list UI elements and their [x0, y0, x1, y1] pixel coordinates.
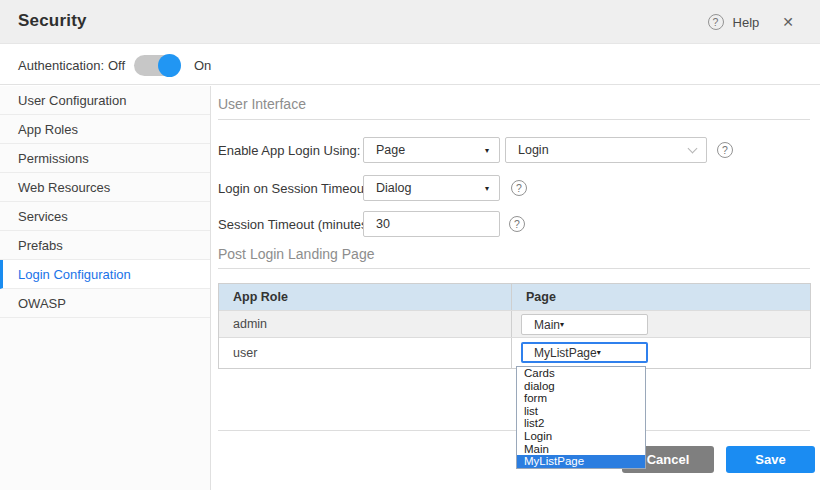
session-timeout-login-label: Login on Session Timeout: [218, 181, 371, 196]
divider [218, 119, 810, 120]
session-timeout-login-value: Dialog [376, 181, 485, 195]
option-dialog[interactable]: dialog [517, 380, 645, 393]
sidebar-item-services[interactable]: Services [0, 202, 210, 231]
page-cell: Main ▾ [512, 311, 810, 337]
admin-page-value: Main [534, 318, 560, 332]
title-bar: Security ? Help ✕ [0, 0, 820, 44]
toggle-on-label: On [194, 58, 211, 73]
caret-down-icon: ▾ [560, 320, 564, 329]
user-page-select[interactable]: MyListPage ▾ [521, 342, 648, 363]
post-login-table: App Role Page admin Main ▾ user MyListPa… [218, 283, 811, 369]
option-login[interactable]: Login [517, 430, 645, 443]
help-icon[interactable]: ? [509, 216, 525, 232]
column-header-app-role: App Role [219, 284, 512, 310]
login-page-select[interactable]: Login [505, 137, 707, 163]
user-page-value: MyListPage [534, 346, 597, 360]
sidebar-item-prefabs[interactable]: Prefabs [0, 231, 210, 260]
table-row: user MyListPage ▾ [219, 337, 810, 368]
column-header-page: Page [512, 284, 810, 310]
app-login-type-value: Page [376, 143, 485, 157]
app-role-cell: admin [219, 311, 512, 337]
caret-down-icon: ▾ [597, 348, 601, 357]
save-button[interactable]: Save [726, 446, 815, 473]
caret-down-icon: ▾ [485, 146, 489, 155]
sidebar-item-permissions[interactable]: Permissions [0, 144, 210, 173]
option-list[interactable]: list [517, 405, 645, 418]
app-login-type-select[interactable]: Page ▾ [363, 137, 500, 163]
option-list2[interactable]: list2 [517, 417, 645, 430]
caret-down-icon: ▾ [485, 184, 489, 193]
close-icon[interactable]: ✕ [782, 14, 794, 30]
enable-app-login-label: Enable App Login Using: [218, 143, 360, 158]
session-timeout-input[interactable] [363, 211, 500, 237]
sidebar-item-app-roles[interactable]: App Roles [0, 115, 210, 144]
authentication-toggle[interactable] [134, 55, 180, 76]
section-title-user-interface: User Interface [218, 96, 306, 112]
page-options-dropdown: Cards dialog form list list2 Login Main … [516, 366, 646, 469]
page-title: Security [18, 11, 87, 31]
help-link[interactable]: Help [733, 15, 760, 30]
toggle-thumb [158, 54, 181, 77]
section-title-post-login: Post Login Landing Page [218, 246, 374, 262]
divider [218, 268, 810, 269]
chevron-down-icon [688, 144, 698, 154]
option-mylistpage[interactable]: MyListPage [517, 455, 645, 468]
divider [218, 430, 810, 431]
sidebar-item-web-resources[interactable]: Web Resources [0, 173, 210, 202]
table-row: admin Main ▾ [219, 310, 810, 337]
help-icon[interactable]: ? [717, 142, 733, 158]
sidebar-item-login-configuration[interactable]: Login Configuration [0, 260, 210, 289]
toggle-off-label: Off [108, 58, 125, 73]
authentication-label: Authentication: [18, 58, 104, 73]
page-cell: MyListPage ▾ [512, 338, 810, 368]
option-main[interactable]: Main [517, 443, 645, 456]
sidebar-item-user-configuration[interactable]: User Configuration [0, 86, 210, 115]
session-timeout-minutes-label: Session Timeout (minutes): [218, 217, 376, 232]
table-header-row: App Role Page [219, 284, 810, 310]
header-actions: ? Help ✕ [708, 0, 794, 44]
option-form[interactable]: form [517, 392, 645, 405]
login-configuration-panel: User Interface Enable App Login Using: P… [211, 86, 820, 490]
app-role-cell: user [219, 338, 512, 368]
login-page-value: Login [518, 143, 689, 157]
option-cards[interactable]: Cards [517, 367, 645, 380]
authentication-bar: Authentication: Off On [0, 45, 820, 85]
help-icon[interactable]: ? [708, 14, 724, 30]
session-timeout-login-select[interactable]: Dialog ▾ [363, 175, 500, 201]
sidebar-item-owasp[interactable]: OWASP [0, 289, 210, 318]
settings-sidebar: User Configuration App Roles Permissions… [0, 86, 211, 490]
help-icon[interactable]: ? [511, 180, 527, 196]
admin-page-select[interactable]: Main ▾ [521, 314, 648, 335]
